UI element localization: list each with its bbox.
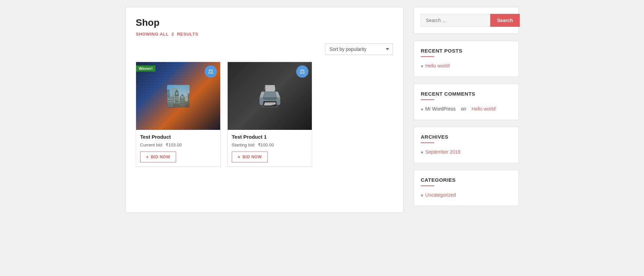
bid-icon-2: ⚖ — [296, 65, 308, 78]
comment-connector: on — [461, 106, 466, 112]
product-info-1: Test Product Current bid: ₹103.00 + BID … — [136, 130, 220, 166]
shop-title: Shop — [136, 17, 393, 28]
bid-now-label-1: BID NOW — [151, 155, 170, 159]
sort-select[interactable]: Sort by popularity Sort by latest Sort b… — [325, 43, 393, 55]
recent-posts-widget: RECENT POSTS Hello world! — [414, 41, 519, 77]
comment-author: Mr WordPress — [425, 106, 455, 112]
product-name-2: Test Product 1 — [232, 134, 308, 140]
main-content: Shop SHOWING ALL 2 RESULTS Sort by popul… — [125, 7, 403, 213]
recent-comments-title: RECENT COMMENTS — [421, 91, 512, 97]
results-count: SHOWING ALL 2 RESULTS — [136, 32, 393, 37]
recent-posts-title: RECENT POSTS — [421, 48, 512, 54]
recent-comments-list: Mr WordPress on Hello world! — [421, 105, 512, 113]
category-link-1[interactable]: Uncategorized — [425, 192, 456, 198]
archives-underline — [421, 142, 434, 143]
search-input[interactable] — [421, 14, 490, 27]
bid-icon-1: ⚖ — [205, 65, 217, 78]
recent-post-item-1: Hello world! — [421, 62, 512, 70]
bid-now-button-2[interactable]: + BID NOW — [232, 152, 268, 162]
bid-label-1: Current bid: — [140, 142, 163, 147]
product-name-1: Test Product — [140, 134, 216, 140]
bid-now-button-1[interactable]: + BID NOW — [140, 152, 176, 162]
products-grid: Winner! ⚖ Test Product Current bid: ₹103… — [136, 62, 393, 167]
recent-comments-underline — [421, 99, 434, 100]
bid-amount-1: ₹103.00 — [166, 142, 182, 147]
product-card-1: Winner! ⚖ Test Product Current bid: ₹103… — [136, 62, 221, 167]
recent-post-link-1[interactable]: Hello world! — [425, 63, 450, 68]
plus-icon-2: + — [238, 154, 241, 160]
product-image-wrapper-2: ⚖ — [228, 62, 312, 130]
page-wrapper: Shop SHOWING ALL 2 RESULTS Sort by popul… — [118, 0, 526, 220]
comment-post-link[interactable]: Hello world! — [472, 106, 496, 112]
categories-widget: CATEGORIES Uncategorized — [414, 170, 519, 206]
recent-comments-widget: RECENT COMMENTS Mr WordPress on Hello wo… — [414, 84, 519, 120]
results-number: 2 — [171, 32, 174, 37]
archives-widget: ARCHIVES September 2018 — [414, 127, 519, 163]
category-item-1: Uncategorized — [421, 191, 512, 199]
product-image-wrapper-1: Winner! ⚖ — [136, 62, 220, 130]
sidebar: Search RECENT POSTS Hello world! RECENT … — [414, 7, 519, 213]
shop-toolbar: Sort by popularity Sort by latest Sort b… — [136, 43, 393, 55]
recent-posts-list: Hello world! — [421, 62, 512, 70]
categories-list: Uncategorized — [421, 191, 512, 199]
product-bid-2: Starting bid: ₹100.00 — [232, 142, 308, 147]
bid-now-label-2: BID NOW — [243, 155, 262, 159]
archive-link-1[interactable]: September 2018 — [425, 149, 460, 155]
bid-amount-2: ₹100.00 — [258, 142, 274, 147]
product-bid-1: Current bid: ₹103.00 — [140, 142, 216, 147]
archive-item-1: September 2018 — [421, 148, 512, 156]
archives-title: ARCHIVES — [421, 134, 512, 140]
product-info-2: Test Product 1 Starting bid: ₹100.00 + B… — [228, 130, 312, 166]
archives-list: September 2018 — [421, 148, 512, 156]
bid-label-2: Starting bid: — [232, 142, 255, 147]
search-widget: Search — [414, 7, 519, 34]
recent-comment-item-1: Mr WordPress on Hello world! — [421, 105, 512, 113]
winner-badge: Winner! — [136, 65, 155, 72]
results-text: SHOWING ALL — [136, 32, 169, 37]
search-button[interactable]: Search — [490, 14, 520, 27]
categories-underline — [421, 185, 434, 186]
recent-posts-underline — [421, 56, 434, 57]
plus-icon-1: + — [146, 154, 149, 160]
categories-title: CATEGORIES — [421, 177, 512, 183]
results-suffix: RESULTS — [177, 32, 198, 37]
product-card-2: ⚖ Test Product 1 Starting bid: ₹100.00 +… — [227, 62, 312, 167]
